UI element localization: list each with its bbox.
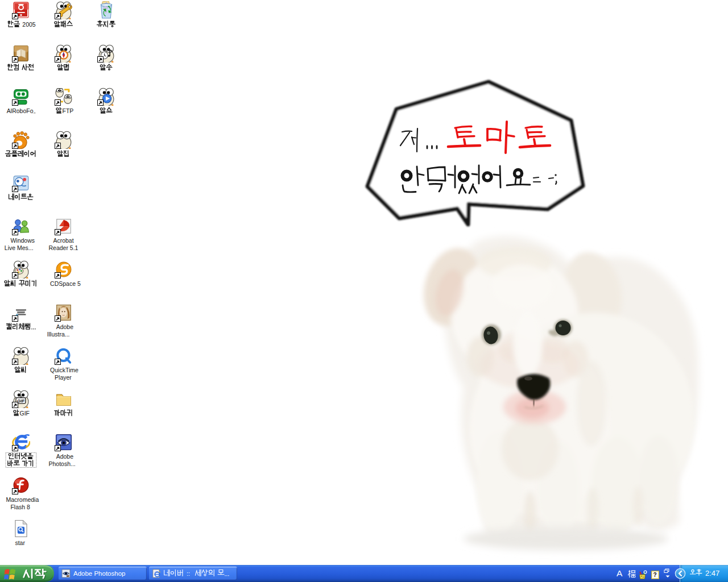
svg-text:A: A: [617, 568, 623, 578]
svg-text:Flash 8: Flash 8: [10, 504, 30, 510]
svg-text:Live Mes...: Live Mes...: [5, 244, 34, 251]
svg-text:Player: Player: [55, 374, 72, 381]
svg-text:star: star: [15, 539, 25, 546]
svg-text:Adobe: Adobe: [56, 453, 74, 460]
svg-text:Photosh...: Photosh...: [49, 460, 76, 467]
svg-text:Macromedia: Macromedia: [6, 496, 39, 503]
svg-text:Acrobat: Acrobat: [53, 237, 73, 244]
svg-text:Adobe: Adobe: [56, 323, 74, 330]
svg-text:Windows: Windows: [10, 237, 35, 244]
svg-text:?: ?: [653, 572, 657, 578]
svg-text:GIF: GIF: [17, 398, 24, 404]
svg-text:::: ::: [187, 570, 190, 577]
svg-text:2005: 2005: [22, 21, 36, 28]
svg-text:Reader 5.1: Reader 5.1: [49, 244, 78, 251]
svg-text:GIF: GIF: [20, 410, 30, 417]
svg-text:QuickTime: QuickTime: [50, 367, 78, 373]
svg-text:Illustra...: Illustra...: [47, 331, 70, 338]
svg-text:CDSpace 5: CDSpace 5: [50, 280, 81, 287]
svg-text:FTP: FTP: [63, 107, 74, 114]
svg-text:AlRoboFo: AlRoboFo: [7, 107, 34, 114]
svg-text:2:47: 2:47: [705, 569, 719, 577]
